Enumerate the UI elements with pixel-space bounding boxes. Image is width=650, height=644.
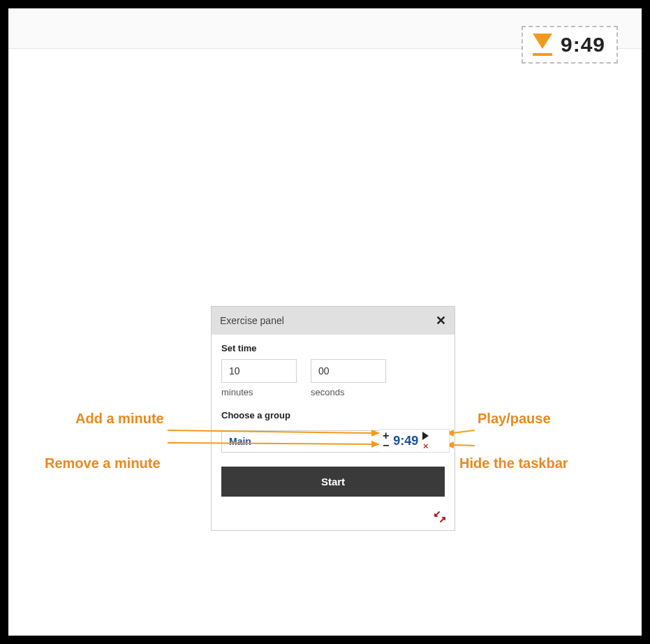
svg-marker-3 [371, 441, 380, 448]
app-frame: 9:49 Exercise panel ✕ Set time minutes s… [0, 0, 650, 644]
svg-marker-1 [371, 430, 380, 437]
hide-taskbar-icon[interactable]: × [423, 441, 429, 451]
svg-line-0 [168, 430, 373, 433]
annotation-hide-taskbar: Hide the taskbar [459, 455, 568, 471]
annotation-remove-minute: Remove a minute [45, 455, 161, 471]
remove-minute-button[interactable]: − [383, 441, 389, 451]
svg-line-6 [452, 445, 475, 446]
annotation-add-minute: Add a minute [75, 411, 164, 427]
svg-line-4 [452, 430, 475, 433]
play-pause-icon[interactable] [422, 432, 429, 440]
annotation-arrows [8, 8, 650, 644]
annotation-play-pause: Play/pause [478, 411, 551, 427]
svg-line-2 [168, 443, 373, 444]
side-controls: × [422, 432, 429, 451]
timer-control: + − 9:49 × [380, 429, 450, 453]
timer-control-value: 9:49 [393, 434, 418, 448]
plus-minus-column: + − [383, 431, 389, 451]
